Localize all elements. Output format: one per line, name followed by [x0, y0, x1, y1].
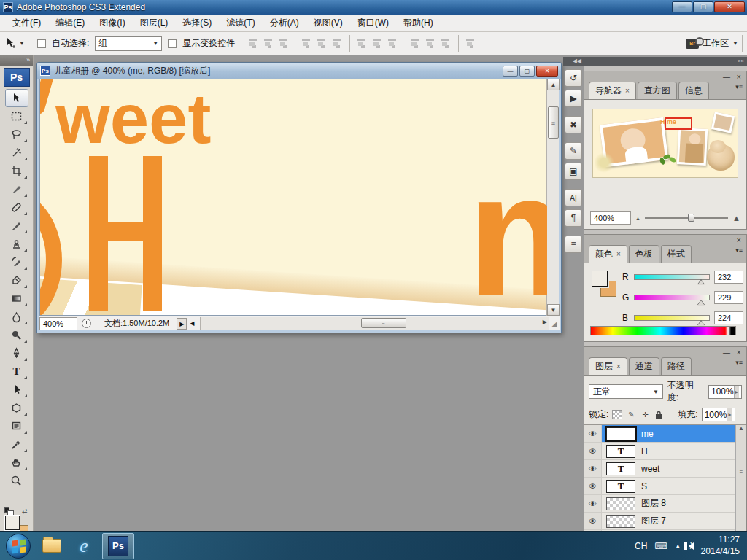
volume-icon[interactable] — [689, 542, 694, 550]
notes-tool[interactable] — [5, 417, 28, 435]
menu-analysis[interactable]: 分析(A) — [263, 15, 306, 31]
pixel-layer-thumbnail[interactable] — [606, 497, 635, 510]
menu-select[interactable]: 选择(S) — [176, 15, 218, 31]
bridge-icon[interactable]: Br — [686, 39, 699, 49]
horizontal-scrollbar[interactable]: ≡ ▶ — [200, 317, 549, 330]
layer-row-weet[interactable]: 👁 T weet — [584, 460, 735, 478]
pixel-layer-thumbnail[interactable] — [606, 515, 635, 528]
visibility-eye-icon[interactable]: 👁 — [584, 443, 602, 459]
red-value-field[interactable]: 232 — [714, 271, 743, 284]
menu-view[interactable]: 视图(V) — [307, 15, 349, 31]
canvas[interactable]: weet m — [39, 79, 548, 316]
close-button[interactable]: ✕ — [714, 1, 745, 12]
navigator-zoom-field[interactable]: 400% — [590, 211, 631, 225]
panel-menu-icon[interactable]: ▾≡ — [735, 246, 743, 254]
navigator-zoom-slider[interactable] — [645, 217, 728, 219]
workspace-label[interactable]: 工作区 — [703, 37, 729, 50]
dock-expand-chevron[interactable]: »» — [584, 57, 747, 66]
scroll-thumb[interactable]: ≡ — [738, 469, 745, 475]
brushes-panel-icon[interactable]: ✎ — [565, 142, 582, 160]
zoom-out-mountain-icon[interactable]: ▲ — [635, 216, 640, 221]
lasso-tool[interactable] — [5, 125, 28, 144]
panel-menu-icon[interactable]: ▾≡ — [735, 83, 743, 90]
fill-field[interactable]: 100%▸ — [702, 408, 735, 421]
status-menu-arrow-icon[interactable]: ▶ — [177, 318, 187, 330]
zoom-tool[interactable] — [5, 472, 28, 490]
align-hcenter-icon[interactable] — [316, 38, 328, 49]
lock-transparency-icon[interactable] — [612, 410, 622, 419]
panel-minimize-icon[interactable]: — — [723, 349, 730, 357]
auto-select-dropdown[interactable]: 组 ▼ — [95, 36, 162, 51]
opacity-field[interactable]: 100%▸ — [708, 385, 742, 399]
menu-window[interactable]: 窗口(W) — [351, 15, 395, 31]
visibility-eye-icon[interactable]: 👁 — [584, 460, 602, 477]
tab-info[interactable]: 信息 — [678, 82, 709, 99]
distribute-vcenter-icon[interactable] — [371, 38, 384, 49]
scroll-down-icon[interactable]: ▼ — [547, 304, 560, 316]
blue-value-field[interactable]: 224 — [714, 311, 743, 324]
visibility-eye-icon[interactable]: 👁 — [584, 495, 602, 512]
resize-grip[interactable]: ◢ — [549, 320, 560, 327]
menu-image[interactable]: 图像(I) — [93, 15, 131, 31]
distribute-left-icon[interactable] — [409, 38, 422, 49]
color-spectrum-ramp[interactable] — [590, 326, 736, 335]
doc-close-button[interactable]: ✕ — [536, 66, 558, 77]
visibility-eye-icon[interactable]: 👁 — [584, 513, 602, 529]
distribute-right-icon[interactable] — [440, 38, 452, 49]
auto-align-layers-icon[interactable] — [465, 38, 477, 49]
tab-close-icon[interactable]: × — [616, 250, 621, 258]
gradient-tool[interactable] — [5, 289, 28, 308]
navigator-preview[interactable]: H me — [593, 109, 738, 177]
lock-pixels-icon[interactable]: ✎ — [626, 410, 636, 419]
hand-tool[interactable] — [5, 454, 28, 472]
red-slider-thumb[interactable] — [697, 280, 705, 285]
hscroll-right-icon[interactable]: ▶ — [543, 319, 547, 325]
text-layer-thumbnail[interactable]: T — [606, 445, 635, 458]
navigator-view-rectangle[interactable] — [665, 117, 692, 130]
text-layer-thumbnail[interactable]: T — [606, 480, 635, 493]
crop-tool[interactable] — [5, 162, 28, 180]
vertical-scroll-thumb[interactable] — [548, 106, 559, 139]
scroll-up-icon[interactable]: ▲ — [736, 425, 746, 432]
layer-name[interactable]: weet — [641, 464, 659, 474]
tool-presets-panel-icon[interactable]: ✖ — [565, 116, 582, 133]
document-titlebar[interactable]: Ps 儿童相册 @ 400% (me, RGB/8) [缩放后] — ▢ ✕ — [37, 63, 561, 79]
tab-paths[interactable]: 路径 — [661, 357, 692, 375]
blue-slider[interactable] — [634, 315, 710, 321]
marquee-tool[interactable] — [5, 107, 28, 125]
panel-minimize-icon[interactable]: — — [723, 73, 730, 81]
minimize-button[interactable]: — — [672, 1, 692, 12]
foreground-color-swatch[interactable] — [5, 516, 20, 530]
slice-tool[interactable] — [5, 180, 28, 198]
layer-name[interactable]: S — [641, 481, 647, 491]
horizontal-scroll-thumb[interactable]: ≡ — [361, 318, 406, 328]
type-tool[interactable]: T — [5, 362, 28, 381]
align-vcenter-icon[interactable] — [263, 38, 275, 49]
brush-tool[interactable] — [5, 217, 28, 235]
panel-minimize-icon[interactable]: — — [723, 236, 730, 244]
align-right-icon[interactable] — [331, 38, 344, 49]
panel-close-icon[interactable]: × — [737, 236, 741, 244]
character-panel-icon[interactable]: A| — [565, 189, 582, 206]
default-colors-icon[interactable] — [4, 508, 9, 513]
vertical-scrollbar[interactable]: ▲ ▼ — [546, 79, 559, 316]
quick-selection-tool[interactable] — [5, 144, 28, 162]
auto-select-checkbox[interactable] — [37, 39, 46, 48]
blend-mode-dropdown[interactable]: 正常 ▼ — [589, 384, 663, 399]
text-layer-thumbnail[interactable]: T — [606, 462, 635, 475]
lock-position-icon[interactable]: ✛ — [640, 410, 650, 419]
start-button[interactable] — [6, 534, 31, 559]
align-top-icon[interactable] — [247, 38, 260, 49]
hscroll-left-icon[interactable]: ◀ — [187, 318, 197, 330]
move-tool[interactable] — [5, 89, 28, 107]
toolbox-collapse-chevron[interactable]: » — [0, 55, 33, 66]
tab-close-icon[interactable]: × — [616, 362, 621, 370]
zoom-level-field[interactable]: 400% — [39, 317, 77, 330]
visibility-eye-icon[interactable]: 👁 — [584, 425, 602, 442]
maximize-button[interactable]: ▢ — [693, 1, 713, 12]
dock-collapse-chevron[interactable]: ◀◀ — [563, 57, 584, 66]
layer-row-layer8[interactable]: 👁 图层 8 — [584, 495, 735, 513]
blur-tool[interactable] — [5, 308, 28, 326]
photoshop-taskbar-button[interactable]: Ps — [102, 533, 134, 559]
show-hidden-icons-arrow[interactable]: ▲ — [675, 542, 681, 550]
